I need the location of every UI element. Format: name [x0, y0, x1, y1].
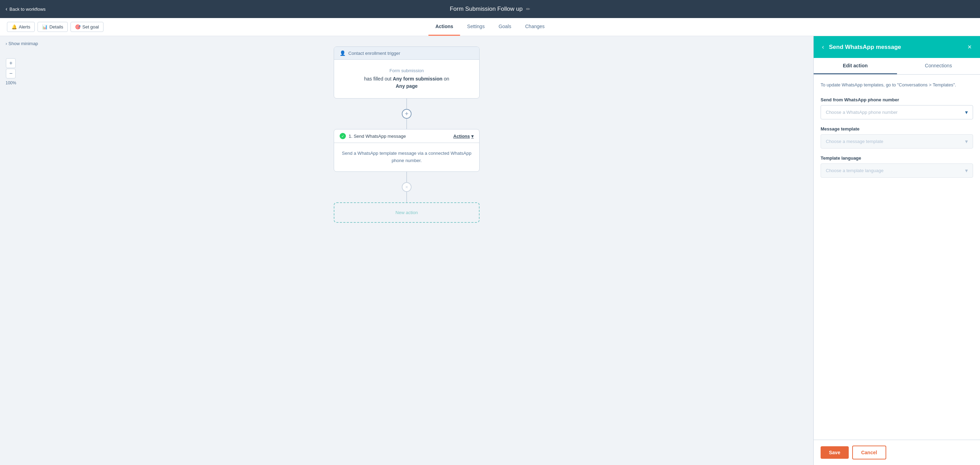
panel-title: Send WhatsApp message [829, 44, 901, 51]
workflow-title-text: Form Submission Follow up [450, 6, 523, 13]
message-template-field-label: Message template [821, 126, 973, 132]
tab-goals[interactable]: Goals [492, 18, 519, 36]
edit-title-icon[interactable]: ✏ [526, 6, 530, 12]
minus-icon: − [10, 70, 13, 77]
info-text: To update WhatsApp templates, go to "Con… [821, 81, 973, 89]
phone-number-select[interactable]: Choose a WhatsApp phone number ▾ [821, 105, 973, 119]
remove-step-button[interactable]: × [402, 182, 412, 192]
template-language-dropdown-icon: ▾ [965, 167, 968, 174]
template-language-placeholder: Choose a template language [826, 168, 883, 173]
alerts-label: Alerts [19, 24, 30, 30]
panel-footer: Save Cancel [814, 440, 980, 465]
alerts-icon: 🔔 [11, 24, 17, 30]
plus-icon: + [10, 60, 13, 66]
template-language-select[interactable]: Choose a template language ▾ [821, 163, 973, 178]
chevron-right-icon: › [6, 41, 7, 46]
trigger-type-label: Form submission [341, 68, 472, 73]
connector-line-1 [406, 98, 407, 109]
trigger-node-body[interactable]: Form submission has filled out Any form … [334, 60, 479, 98]
phone-number-placeholder: Choose a WhatsApp phone number [826, 110, 898, 115]
trigger-bold-1: Any form submission [393, 76, 442, 81]
actions-dropdown-button[interactable]: Actions ▾ [453, 133, 474, 139]
action-node: ✓ 1. Send WhatsApp message Actions ▾ Sen… [334, 129, 480, 172]
top-navbar: ‹ Back to workflows Form Submission Foll… [0, 0, 980, 18]
workflow-canvas: › Show minimap + − 100% 👤 Contact enroll… [0, 36, 813, 465]
zoom-controls: + − 100% [6, 58, 16, 86]
action-node-body: Send a WhatsApp template message via a c… [334, 143, 479, 171]
details-label: Details [49, 24, 63, 30]
trigger-description: has filled out Any form submission on An… [341, 75, 472, 90]
connector-line-4 [406, 192, 407, 202]
action-node-title: ✓ 1. Send WhatsApp message [340, 133, 406, 139]
trigger-node-header: 👤 Contact enrollment trigger [334, 47, 479, 60]
workflow-nodes-container: 👤 Contact enrollment trigger Form submis… [0, 36, 813, 223]
details-icon: 📊 [42, 24, 48, 30]
trigger-node: 👤 Contact enrollment trigger Form submis… [334, 46, 480, 98]
trigger-bold-2: Any page [396, 83, 417, 89]
alerts-button[interactable]: 🔔 Alerts [7, 22, 35, 32]
right-panel: ‹ Send WhatsApp message × Edit action Co… [813, 36, 980, 465]
message-template-placeholder: Choose a message template [826, 139, 883, 144]
workflow-title: Form Submission Follow up ✏ [450, 6, 530, 13]
tab-changes[interactable]: Changes [518, 18, 552, 36]
panel-back-button[interactable]: ‹ [821, 42, 826, 52]
dropdown-arrow-icon: ▾ [471, 133, 474, 139]
zoom-in-button[interactable]: + [6, 58, 16, 68]
save-button[interactable]: Save [821, 446, 849, 459]
trigger-has-filled: has filled out [364, 76, 391, 81]
connector-line-2 [406, 119, 407, 129]
set-goal-button[interactable]: 🎯 Set goal [70, 22, 103, 32]
message-template-dropdown-icon: ▾ [965, 138, 968, 145]
new-action-node[interactable]: New action [334, 202, 480, 223]
new-action-label: New action [396, 210, 418, 215]
panel-tab-connections[interactable]: Connections [897, 58, 980, 74]
cancel-button[interactable]: Cancel [852, 446, 886, 459]
set-goal-label: Set goal [82, 24, 99, 30]
phone-number-dropdown-icon: ▾ [965, 109, 968, 116]
whatsapp-icon: ✓ [340, 133, 346, 139]
panel-header: ‹ Send WhatsApp message × [814, 36, 980, 58]
panel-tab-edit-action[interactable]: Edit action [814, 58, 897, 74]
zoom-out-button[interactable]: − [6, 69, 16, 78]
action-step-label: 1. Send WhatsApp message [348, 133, 406, 139]
template-language-field-label: Template language [821, 156, 973, 161]
panel-tabs: Edit action Connections [814, 58, 980, 75]
add-step-button-1[interactable]: + [402, 109, 412, 119]
details-button[interactable]: 📊 Details [38, 22, 68, 32]
minimap-toggle[interactable]: › Show minimap [6, 41, 38, 46]
connector-line-3 [406, 172, 407, 182]
panel-header-left: ‹ Send WhatsApp message [821, 42, 901, 52]
tab-actions[interactable]: Actions [428, 18, 460, 36]
trigger-on: on [444, 76, 449, 81]
phone-number-field-label: Send from WhatsApp phone number [821, 97, 973, 102]
panel-content: To update WhatsApp templates, go to "Con… [814, 75, 980, 440]
back-arrow-icon: ‹ [6, 6, 7, 12]
message-template-select[interactable]: Choose a message template ▾ [821, 134, 973, 149]
zoom-level: 100% [6, 81, 16, 86]
panel-close-button[interactable]: × [966, 42, 973, 52]
actions-dropdown-label: Actions [453, 133, 470, 139]
tab-settings[interactable]: Settings [460, 18, 492, 36]
sub-toolbar: 🔔 Alerts 📊 Details 🎯 Set goal Actions Se… [0, 18, 980, 36]
main-tab-bar: Actions Settings Goals Changes [428, 18, 552, 36]
minimap-label: Show minimap [8, 41, 38, 46]
main-layout: › Show minimap + − 100% 👤 Contact enroll… [0, 36, 980, 465]
set-goal-icon: 🎯 [75, 24, 81, 30]
action-node-header: ✓ 1. Send WhatsApp message Actions ▾ [334, 129, 479, 143]
back-link-label: Back to workflows [10, 6, 46, 12]
action-body-text: Send a WhatsApp template message via a c… [342, 151, 472, 163]
contact-icon: 👤 [340, 50, 345, 56]
trigger-header-label: Contact enrollment trigger [348, 51, 400, 56]
back-to-workflows-link[interactable]: ‹ Back to workflows [6, 6, 46, 12]
